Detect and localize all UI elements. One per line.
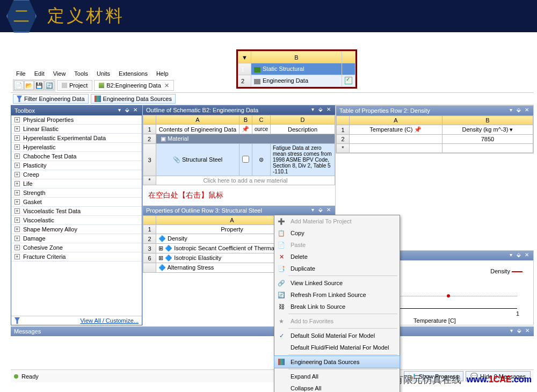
toolbox-item[interactable]: +Chaboche Test Data bbox=[11, 152, 142, 161]
view-all-link[interactable]: View All / Customize... bbox=[80, 317, 139, 324]
expand-icon[interactable]: + bbox=[14, 254, 20, 259]
toolbox-item[interactable]: +Creep bbox=[11, 170, 142, 179]
pin-icon[interactable]: ⬙ bbox=[516, 252, 522, 259]
open-button[interactable]: 📂 bbox=[24, 81, 34, 90]
outline-add-row[interactable]: *Click here to add a new material bbox=[143, 176, 335, 185]
close-icon[interactable]: ✕ bbox=[524, 328, 531, 335]
menu-file[interactable]: File bbox=[16, 70, 26, 77]
funnel-icon[interactable] bbox=[14, 317, 20, 324]
toolbox-item[interactable]: +Viscoelastic bbox=[11, 216, 142, 225]
cm-break-link[interactable]: ⛓Break Link to Source bbox=[274, 301, 400, 313]
outline-row-1[interactable]: 1 Contents of Engineering Data 📌 ource D… bbox=[143, 125, 335, 134]
tab-b2-engineering-data[interactable]: B2:Engineering Data✕ bbox=[94, 80, 174, 91]
close-icon[interactable]: ✕ bbox=[524, 252, 530, 259]
cm-delete[interactable]: ✕Delete bbox=[274, 251, 400, 263]
close-icon[interactable]: ✕ bbox=[524, 107, 530, 114]
tab-project[interactable]: Project bbox=[57, 80, 92, 91]
book-icon bbox=[277, 358, 286, 366]
expand-icon[interactable]: + bbox=[14, 135, 20, 141]
new-button[interactable]: 📄 bbox=[14, 81, 24, 90]
menu-help[interactable]: Help bbox=[156, 70, 169, 77]
cm-refresh-linked[interactable]: 🔄Refresh From Linked Source bbox=[274, 289, 400, 301]
messages-header: Messages ▾⬙✕ bbox=[11, 326, 534, 336]
expand-icon[interactable]: + bbox=[14, 181, 20, 186]
cm-expand-all[interactable]: Expand All bbox=[274, 371, 400, 382]
pin-icon[interactable]: ⬙ bbox=[516, 328, 523, 335]
dropdown-icon[interactable]: ▾ bbox=[508, 328, 514, 335]
dropdown-icon[interactable]: ▾ bbox=[507, 252, 514, 259]
expand-icon[interactable]: + bbox=[14, 126, 20, 132]
status-indicator-icon bbox=[14, 374, 18, 379]
schematic-table: ▼B 1 Static Structural 2 Engineering Dat… bbox=[238, 51, 355, 87]
engdata-icon bbox=[254, 79, 260, 84]
expand-icon[interactable]: + bbox=[14, 227, 20, 232]
cm-add-favorites[interactable]: ★Add to Favorites bbox=[274, 315, 400, 327]
expand-icon[interactable]: + bbox=[14, 172, 20, 177]
outline-material-header[interactable]: 2▣ Material bbox=[143, 134, 335, 144]
schematic-row-2[interactable]: 2 Engineering Data bbox=[238, 75, 355, 87]
pin-icon[interactable]: ⬙ bbox=[317, 107, 324, 113]
density-row[interactable]: 27850 bbox=[337, 135, 533, 144]
toolbox-item[interactable]: +Damage bbox=[11, 234, 142, 243]
expand-icon[interactable]: + bbox=[14, 190, 20, 195]
save-button[interactable]: 💾 bbox=[34, 81, 44, 90]
toolbox-item[interactable]: +Hyperelastic Experimental Data bbox=[11, 134, 142, 143]
cm-duplicate[interactable]: 📑Duplicate bbox=[274, 263, 400, 274]
dropdown-icon[interactable]: ▾ bbox=[309, 107, 316, 113]
pin-icon[interactable]: ⬙ bbox=[516, 107, 522, 114]
expand-icon[interactable]: + bbox=[14, 217, 20, 223]
cm-paste[interactable]: 📄Paste bbox=[274, 239, 400, 251]
menu-view[interactable]: View bbox=[53, 70, 66, 77]
close-icon[interactable]: ✕ bbox=[132, 107, 139, 114]
cm-default-fluid[interactable]: Default Fluid/Field Material For Model bbox=[274, 342, 400, 353]
menu-units[interactable]: Units bbox=[97, 70, 110, 77]
chart-data-point bbox=[447, 294, 450, 297]
expand-icon[interactable]: + bbox=[14, 163, 20, 168]
toolbox-item[interactable]: +Strength bbox=[11, 188, 142, 198]
toolbox-item[interactable]: +Gasket bbox=[11, 198, 142, 207]
cm-collapse-all[interactable]: Collapse All bbox=[274, 382, 400, 392]
dropdown-icon[interactable]: ▾ bbox=[116, 107, 122, 114]
toolbox-footer: View All / Customize... bbox=[11, 316, 142, 325]
cm-default-solid[interactable]: ✓Default Solid Material For Model bbox=[274, 330, 400, 342]
separator bbox=[288, 314, 397, 314]
cm-copy[interactable]: 📋Copy bbox=[274, 227, 400, 239]
properties-header: Properties of Outline Row 3: Structural … bbox=[143, 206, 335, 215]
pin-icon[interactable]: ⬙ bbox=[317, 207, 324, 214]
toolbox-item[interactable]: +Plasticity bbox=[11, 161, 142, 170]
include-checkbox[interactable] bbox=[242, 156, 249, 163]
schematic-row-1[interactable]: 1 Static Structural bbox=[238, 63, 355, 75]
dropdown-icon[interactable]: ▾ bbox=[309, 207, 316, 214]
dropdown-icon[interactable]: ▾ bbox=[507, 107, 514, 114]
refresh-button[interactable]: 🔄 bbox=[45, 81, 54, 90]
outline-row-3[interactable]: 3 📎 Structural Steel ⊜ Fatigue Data at z… bbox=[143, 144, 335, 176]
toolbox-item[interactable]: +Hyperelastic bbox=[11, 143, 142, 152]
toolbox-item[interactable]: +Linear Elastic bbox=[11, 125, 142, 134]
toolbox-item[interactable]: +Shape Memory Alloy bbox=[11, 225, 142, 234]
expand-icon[interactable]: + bbox=[14, 245, 20, 250]
expand-icon[interactable]: + bbox=[14, 117, 20, 122]
toolbox-item[interactable]: +Cohesive Zone bbox=[11, 243, 142, 252]
cm-view-linked[interactable]: 🔗View Linked Source bbox=[274, 277, 400, 289]
toolbox-item[interactable]: +Life bbox=[11, 179, 142, 188]
expand-icon[interactable]: + bbox=[14, 236, 20, 241]
toolbox-item[interactable]: +Fracture Criteria bbox=[11, 252, 142, 262]
expand-icon[interactable]: + bbox=[14, 144, 20, 150]
menu-tools[interactable]: Tools bbox=[74, 70, 88, 77]
cm-engineering-data-sources[interactable]: Engineering Data Sources bbox=[274, 355, 400, 368]
close-icon[interactable]: ✕ bbox=[164, 82, 169, 89]
close-icon[interactable]: ✕ bbox=[325, 107, 332, 113]
pin-icon[interactable]: ⬙ bbox=[124, 107, 130, 114]
filter-engineering-data-button[interactable]: Filter Engineering Data bbox=[13, 94, 89, 104]
menu-edit[interactable]: Edit bbox=[34, 70, 45, 77]
menu-extensions[interactable]: Extensions bbox=[119, 70, 148, 77]
expand-icon[interactable]: + bbox=[14, 199, 20, 205]
expand-icon[interactable]: + bbox=[14, 208, 20, 214]
expand-icon[interactable]: + bbox=[14, 154, 20, 159]
close-icon[interactable]: ✕ bbox=[325, 207, 332, 214]
toolbox-item[interactable]: +Physical Properties bbox=[11, 115, 142, 125]
cm-add-material[interactable]: ➕Add Material To Project bbox=[274, 215, 400, 227]
toolbox-item[interactable]: +Viscoelastic Test Data bbox=[11, 207, 142, 216]
engineering-data-sources-button[interactable]: Engineering Data Sources bbox=[91, 94, 176, 104]
density-row[interactable]: * bbox=[337, 144, 533, 153]
